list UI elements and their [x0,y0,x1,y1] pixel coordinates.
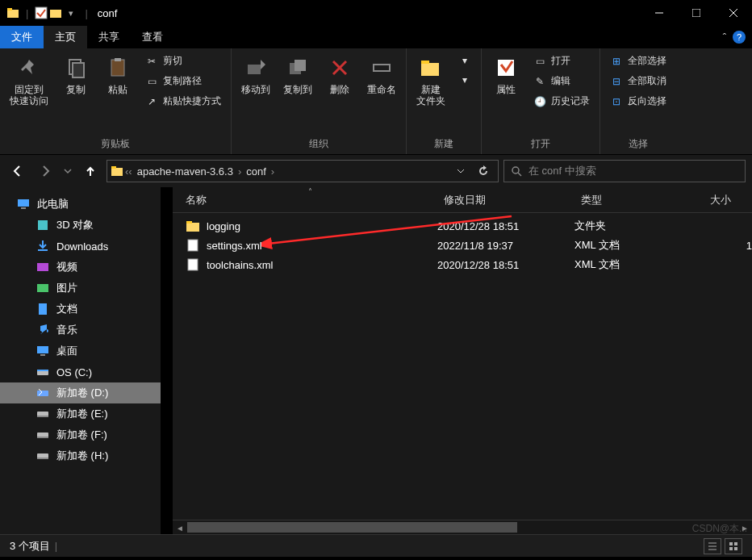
pasteshortcut-button[interactable]: ↗粘贴快捷方式 [140,92,226,111]
selectall-button[interactable]: ⊞全部选择 [605,52,671,70]
copypath-button[interactable]: ▭复制路径 [140,72,226,90]
open-button[interactable]: ▭打开 [528,52,595,70]
sidebar-item[interactable]: 图片 [0,278,161,299]
file-list[interactable]: logging2020/12/28 18:51文件夹settings.xml20… [173,213,752,520]
qat-folder-icon[interactable] [49,6,62,19]
item-count: 3 个项目 [10,539,50,554]
copyto-button[interactable]: 复制到 [278,52,317,98]
sidebar-item[interactable]: 新加卷 (H:) [0,445,161,466]
scroll-thumb[interactable] [187,522,517,533]
selectnone-button[interactable]: ⊟全部取消 [605,72,671,90]
newfolder-icon [418,55,444,81]
breadcrumb-sep[interactable]: › [236,165,243,178]
scroll-left-button[interactable]: ◄ [173,520,187,535]
ribbon-group-new: 新建 文件夹 ▾ ▾ 新建 [407,48,482,154]
file-row[interactable]: settings.xml2022/11/8 19:37XML 文档1 [173,236,752,255]
selectinvert-button[interactable]: ⊡反向选择 [605,92,671,111]
tree-item-label: 音乐 [56,323,77,337]
sidebar-item[interactable]: 3D 对象 [0,215,161,236]
file-row[interactable]: toolchains.xml2020/12/28 18:51XML 文档 [173,255,752,274]
scissors-icon: ✂ [145,55,158,68]
open-icon: ▭ [533,55,546,68]
properties-button[interactable]: 属性 [487,52,525,98]
pin-button[interactable]: 固定到 快速访问 [5,52,53,111]
col-header-date[interactable]: 修改日期 [437,193,574,207]
newitem-icon: ▾ [458,54,471,67]
nav-forward-button[interactable] [34,160,56,182]
tab-share[interactable]: 共享 [87,26,131,48]
addr-dropdown[interactable] [449,161,472,182]
nav-up-button[interactable] [79,160,102,182]
tab-file[interactable]: 文件 [0,26,44,48]
checkbox-icon[interactable] [35,6,48,19]
sidebar-item[interactable]: 新加卷 (D:) [0,382,161,403]
breadcrumb-seg-2[interactable]: conf [243,165,269,178]
svg-rect-10 [111,60,124,76]
minimize-button[interactable] [641,0,678,26]
shortcut-icon: ↗ [145,95,158,108]
view-large-button[interactable] [725,538,742,554]
col-header-size[interactable]: 大小 [704,193,752,207]
svg-point-23 [512,167,519,173]
delete-button[interactable]: 删除 [320,52,359,98]
tab-view[interactable]: 查看 [131,26,174,48]
maximize-button[interactable] [678,0,715,26]
file-row[interactable]: logging2020/12/28 18:51文件夹 [173,216,752,236]
tree-item-label: 桌面 [56,344,77,358]
tree-item-icon [36,449,50,463]
edit-button[interactable]: ✎编辑 [528,72,595,90]
tab-home[interactable]: 主页 [44,26,87,48]
navbar: ‹‹ apache-maven-3.6.3 › conf › 在 conf 中搜… [0,155,752,187]
file-date: 2022/11/8 19:37 [437,240,574,252]
sidebar-item[interactable]: 新加卷 (E:) [0,403,161,424]
sidebar-item[interactable]: OS (C:) [0,361,161,382]
newfolder-button[interactable]: 新建 文件夹 [412,52,450,111]
paste-button[interactable]: 粘贴 [98,52,137,98]
col-header-type[interactable]: 类型 [574,193,704,207]
moveto-button[interactable]: 移动到 [236,52,275,98]
newitem-button[interactable]: ▾ [453,52,476,69]
view-details-button[interactable] [704,538,721,554]
history-button[interactable]: 🕘历史记录 [528,92,595,111]
collapse-ribbon-icon[interactable]: ˆ [723,31,726,44]
search-box[interactable]: 在 conf 中搜索 [503,160,746,182]
rename-button[interactable]: 重命名 [362,52,401,98]
file-date: 2020/12/28 18:51 [437,259,574,271]
pin-icon [16,55,42,81]
tree-item-icon [36,428,50,442]
tree-item-icon [36,344,50,358]
help-icon[interactable]: ? [733,31,746,44]
tree-this-pc[interactable]: 此电脑 [0,194,161,215]
sidebar-item[interactable]: Downloads [0,236,161,257]
file-icon [186,238,200,253]
file-type: XML 文档 [574,238,704,253]
refresh-button[interactable] [472,161,495,182]
qat-dropdown[interactable]: ▾ [69,8,73,19]
svg-rect-27 [38,220,48,230]
folder-icon [186,219,200,233]
copy-button[interactable]: 复制 [56,52,95,98]
sidebar-item[interactable]: 桌面 [0,341,161,361]
breadcrumb-sep[interactable]: › [269,165,276,178]
svg-rect-55 [734,547,737,550]
sidebar-item[interactable]: 音乐 [0,320,161,341]
easyaccess-button[interactable]: ▾ [453,71,476,89]
horizontal-scrollbar[interactable]: ◄ ► [173,520,752,534]
tree-item-label: OS (C:) [56,366,92,378]
address-bar[interactable]: ‹‹ apache-maven-3.6.3 › conf › [107,160,499,182]
sidebar-item[interactable]: 新加卷 (F:) [0,424,161,445]
divider[interactable] [161,187,173,534]
tree-item-icon [36,407,50,421]
file-name: logging [207,220,240,232]
close-button[interactable] [715,0,752,26]
sidebar[interactable]: 此电脑 3D 对象Downloads视频图片文档音乐桌面OS (C:)新加卷 (… [0,187,161,534]
sidebar-item[interactable]: 视频 [0,257,161,278]
breadcrumb-seg-1[interactable]: apache-maven-3.6.3 [134,165,236,178]
breadcrumb-sep[interactable]: ‹‹ [123,165,134,178]
sidebar-item[interactable]: 文档 [0,299,161,320]
nav-back-button[interactable] [6,160,29,182]
nav-recent-dropdown[interactable] [61,160,74,182]
cut-button[interactable]: ✂剪切 [140,52,226,70]
tree-item-icon [36,323,50,337]
svg-rect-29 [37,284,48,292]
